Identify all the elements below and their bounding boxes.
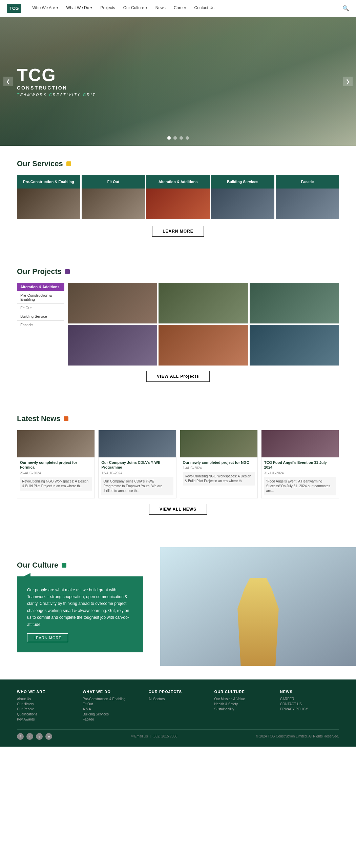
culture-left: Our Culture Our people are what make us,… bbox=[0, 547, 160, 666]
footer-link-awards[interactable]: Key Awards bbox=[17, 717, 76, 721]
footer-email-label[interactable]: Email Us bbox=[134, 734, 148, 738]
service-card-preconstruction[interactable]: Pre-Construction & Enabling bbox=[17, 175, 80, 219]
hero-dot-2[interactable] bbox=[173, 136, 177, 140]
services-learn-more-button[interactable]: LEARN MORE bbox=[152, 226, 204, 237]
news-date-2: 12-AUG-2024 bbox=[101, 471, 173, 475]
footer-link-all-sectors[interactable]: All Sectors bbox=[148, 697, 207, 701]
footer-link-privacy[interactable]: PRIVACY POLICY bbox=[280, 707, 339, 711]
news-body-2: Our Company Joins CDIA's Y-WE Programme … bbox=[99, 457, 176, 498]
services-section: Our Services Pre-Construction & Enabling… bbox=[0, 146, 356, 254]
nav-career[interactable]: Career bbox=[170, 0, 190, 17]
youtube-icon[interactable]: y bbox=[36, 733, 43, 740]
footer-col-title-news: NEWS bbox=[280, 690, 339, 694]
service-label: Facade bbox=[276, 175, 339, 189]
project-image-5[interactable] bbox=[159, 325, 248, 366]
culture-body: Our people are what make us, we build gr… bbox=[27, 587, 133, 628]
section-dot-icon bbox=[66, 161, 71, 166]
hero-dot-1[interactable] bbox=[167, 136, 171, 140]
footer-bottom: f i y in ✉ Email Us | (852) 2815 7338 © … bbox=[17, 733, 339, 740]
facebook-icon[interactable]: f bbox=[17, 733, 24, 740]
service-card-fitout[interactable]: Fit Out bbox=[82, 175, 145, 219]
hero-next-button[interactable]: ❯ bbox=[343, 77, 353, 86]
footer-link-contact[interactable]: CONTACT US bbox=[280, 702, 339, 706]
culture-learn-more-button[interactable]: LEARN MORE bbox=[27, 633, 68, 642]
news-title-4: TCG Food Angel's Event on 31 July 2024 bbox=[264, 460, 336, 470]
footer-social-links: f i y in bbox=[17, 733, 52, 740]
hero-tagline: TEAMWORK CREATIVITY GRIT bbox=[17, 93, 96, 97]
chevron-down-icon: ▾ bbox=[146, 6, 147, 9]
footer-columns: WHO WE ARE About Us Our History Our Peop… bbox=[17, 690, 339, 723]
nav-what-we-do[interactable]: What We Do ▾ bbox=[62, 0, 97, 17]
footer-link-preconstruction[interactable]: Pre-Construction & Enabling bbox=[83, 697, 142, 701]
news-view-all-button[interactable]: VIEW ALL NEWS bbox=[149, 504, 207, 515]
footer-link-mission[interactable]: Our Mission & Value bbox=[214, 697, 273, 701]
nav-news[interactable]: News bbox=[151, 0, 170, 17]
project-image-2[interactable] bbox=[159, 283, 248, 323]
nav-our-culture[interactable]: Our Culture ▾ bbox=[119, 0, 151, 17]
footer: WHO WE ARE About Us Our History Our Peop… bbox=[0, 679, 356, 747]
hero-dots bbox=[167, 136, 189, 140]
projects-title: Our Projects bbox=[17, 267, 339, 276]
service-label: Pre-Construction & Enabling bbox=[17, 175, 80, 189]
news-card-1[interactable]: Our newly completed project for Formica … bbox=[17, 430, 95, 498]
footer-link-qualifications[interactable]: Qualifications bbox=[17, 712, 76, 716]
hero-prev-button[interactable]: ❮ bbox=[3, 77, 13, 86]
news-title: Latest News bbox=[17, 414, 339, 423]
footer-divider bbox=[17, 729, 339, 730]
filter-preconstruction[interactable]: Pre-Construction & Enabling bbox=[17, 291, 64, 304]
filter-building[interactable]: Building Service bbox=[17, 312, 64, 321]
project-image-3[interactable] bbox=[250, 283, 339, 323]
footer-link-building-svc[interactable]: Facade bbox=[83, 717, 142, 721]
filter-facade[interactable]: Facade bbox=[17, 321, 64, 329]
news-card-4[interactable]: TCG Food Angel's Event on 31 July 2024 3… bbox=[261, 430, 339, 498]
project-image-4[interactable] bbox=[68, 325, 157, 366]
news-excerpt-4: "Food Angel's Event: A Heartwarming Succ… bbox=[264, 477, 336, 495]
service-image bbox=[211, 189, 274, 219]
culture-section: Our Culture Our people are what make us,… bbox=[0, 534, 356, 679]
news-body-4: TCG Food Angel's Event on 31 July 2024 3… bbox=[261, 457, 339, 498]
news-title-3: Our newly completed project for NGO bbox=[183, 460, 255, 465]
footer-link-people[interactable]: Our People bbox=[17, 707, 76, 711]
news-excerpt-3: Revolutionizing NGO Workspaces: A Design… bbox=[183, 472, 255, 486]
service-card-building[interactable]: Building Services bbox=[211, 175, 274, 219]
hero-arrows: ❮ ❯ bbox=[0, 77, 356, 86]
footer-col-culture: OUR CULTURE Our Mission & Value Health &… bbox=[214, 690, 273, 723]
site-logo[interactable]: TCG bbox=[7, 4, 21, 13]
footer-link-enabling[interactable]: Fit Out bbox=[83, 702, 142, 706]
services-title: Our Services bbox=[17, 159, 339, 168]
nav-projects[interactable]: Projects bbox=[96, 0, 119, 17]
news-date-1: 26-AUG-2024 bbox=[20, 471, 92, 475]
footer-link-about[interactable]: About Us bbox=[17, 697, 76, 701]
nav-who-we-are[interactable]: Who We Are ▾ bbox=[28, 0, 62, 17]
service-card-facade[interactable]: Facade bbox=[276, 175, 339, 219]
footer-link-fitout[interactable]: A & A bbox=[83, 707, 142, 711]
projects-view-all-button[interactable]: VIEW ALL Projects bbox=[146, 371, 209, 382]
footer-link-aa[interactable]: Building Services bbox=[83, 712, 142, 716]
news-card-3[interactable]: Our newly completed project for NGO 1-AU… bbox=[180, 430, 258, 498]
project-image-6[interactable] bbox=[250, 325, 339, 366]
linkedin-icon[interactable]: in bbox=[45, 733, 52, 740]
footer-link-career[interactable]: CAREER bbox=[280, 697, 339, 701]
search-icon[interactable]: 🔍 bbox=[342, 5, 349, 12]
news-grid: Our newly completed project for Formica … bbox=[17, 430, 339, 498]
footer-link-health[interactable]: Health & Safety bbox=[214, 702, 273, 706]
services-grid: Pre-Construction & Enabling Fit Out Alte… bbox=[17, 175, 339, 219]
nav-contact-us[interactable]: Contact Us bbox=[190, 0, 218, 17]
footer-copyright: © 2024 TCG Construction Limited. All Rig… bbox=[256, 734, 339, 738]
project-image-1[interactable] bbox=[68, 283, 157, 323]
news-card-2[interactable]: Our Company Joins CDIA's Y-WE Programme … bbox=[98, 430, 176, 498]
filter-fitout[interactable]: Fit Out bbox=[17, 304, 64, 312]
service-label: Alteration & Additions bbox=[146, 175, 210, 189]
news-title-2: Our Company Joins CDIA's Y-WE Programme bbox=[101, 460, 173, 470]
footer-link-history[interactable]: Our History bbox=[17, 702, 76, 706]
footer-link-sustainability[interactable]: Sustainability bbox=[214, 707, 273, 711]
hero-dot-3[interactable] bbox=[180, 136, 183, 140]
footer-col-projects: OUR PROJECTS All Sectors bbox=[148, 690, 207, 723]
section-dot-icon bbox=[65, 269, 70, 274]
instagram-icon[interactable]: i bbox=[26, 733, 33, 740]
footer-col-what: WHAT WE DO Pre-Construction & Enabling F… bbox=[83, 690, 142, 723]
service-card-alteration[interactable]: Alteration & Additions bbox=[146, 175, 210, 219]
hero-dot-4[interactable] bbox=[186, 136, 189, 140]
filter-alteration[interactable]: Alteration & Additions bbox=[17, 283, 64, 291]
projects-container: Alteration & Additions Pre-Construction … bbox=[17, 283, 339, 366]
